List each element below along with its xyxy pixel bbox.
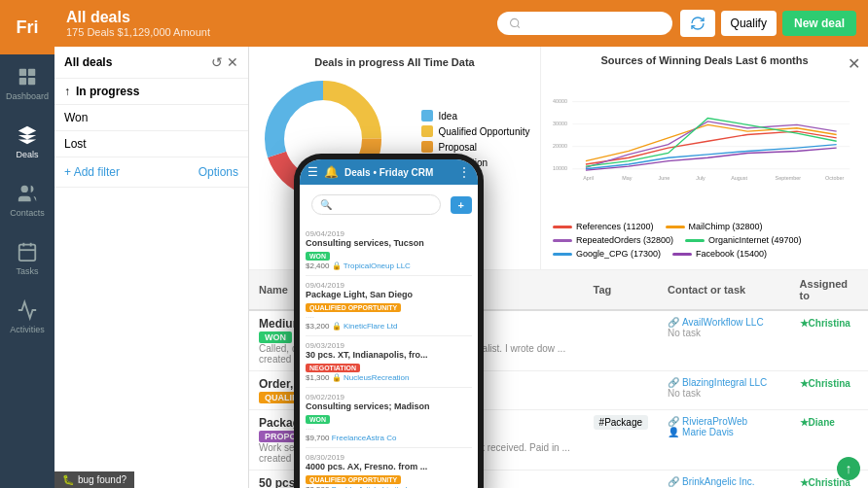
svg-point-9 — [510, 18, 518, 26]
deal-tag-cell — [584, 371, 658, 410]
filter-arrow-icon: ↑ — [64, 85, 70, 98]
deals-panel-title: All deals — [64, 55, 112, 69]
line-legend-organic: OrganicInternet (49700) — [685, 235, 802, 245]
phone-header: ☰ 🔔 Deals • Friday CRM ⋮ — [300, 159, 478, 185]
phone-mockup: ☰ 🔔 Deals • Friday CRM ⋮ 🔍 + — [294, 154, 484, 488]
legend-item-proposal: Proposal — [421, 141, 530, 153]
deals-panel-header: All deals ↺ ✕ — [54, 47, 248, 79]
top-bar-actions: Qualify New deal — [680, 10, 856, 37]
svg-text:30000: 30000 — [553, 121, 567, 126]
sync-button[interactable] — [680, 10, 715, 37]
deal-tag-cell — [584, 471, 658, 489]
svg-text:July: July — [696, 175, 705, 181]
legend-item-qualified: Qualified Opportunity — [421, 125, 530, 137]
line-legend-repeated: RepeatedOrders (32800) — [553, 235, 673, 245]
search-icon — [509, 17, 521, 30]
phone-screen: ☰ 🔔 Deals • Friday CRM ⋮ 🔍 + — [300, 159, 478, 488]
scroll-up-button[interactable]: ↑ — [837, 457, 860, 480]
refresh-icon[interactable]: ↺ — [211, 54, 223, 70]
page-title: All deals — [66, 9, 210, 26]
sidebar-item-dashboard[interactable]: Dashboard — [0, 54, 54, 113]
col-assigned: Assigned to — [790, 270, 868, 310]
list-item: 09/03/2019 30 pcs. XT, Indianapolis, fro… — [306, 336, 472, 388]
add-filter-button[interactable]: + Add filter — [64, 165, 120, 179]
phone-add-button[interactable]: + — [451, 196, 472, 214]
svg-rect-2 — [19, 78, 26, 85]
sidebar-item-tasks-label: Tasks — [16, 266, 38, 276]
phone-bell-icon: 🔔 — [324, 165, 339, 179]
list-item: 08/30/2019 4000 pcs. AX, Fresno. from ..… — [306, 448, 472, 488]
line-chart-title: Sources of Winning Deals Last 6 months — [553, 54, 856, 66]
deal-contact-cell: 🔗BrinkAngelic Inc. No task — [658, 471, 790, 489]
legend-item-idea: Idea — [421, 110, 530, 122]
options-button[interactable]: Options — [199, 165, 238, 179]
legend-color-proposal — [421, 141, 433, 153]
filter-in-progress[interactable]: ↑ In progress — [54, 79, 248, 105]
new-deal-button[interactable]: New deal — [782, 11, 856, 36]
sidebar-item-deals[interactable]: Deals — [0, 113, 54, 171]
list-item: 09/04/2019 Consulting services, Tucson W… — [306, 225, 472, 276]
sidebar: Fri Dashboard Deals Contacts Tasks Activ… — [0, 0, 54, 488]
phone-header-title: Deals • Friday CRM — [344, 167, 433, 178]
svg-text:May: May — [622, 175, 633, 181]
legend-label-proposal: Proposal — [439, 142, 477, 153]
col-contact: Contact or task — [658, 270, 790, 310]
close-button[interactable]: ✕ — [848, 54, 860, 73]
line-legend-mailchimp-label: MailChimp (32800) — [689, 222, 763, 231]
phone-search-icon: 🔍 — [320, 199, 332, 210]
svg-rect-1 — [28, 69, 35, 76]
donut-chart-title: Deals in progress All Time Data — [314, 56, 474, 68]
close-panel-icon[interactable]: ✕ — [227, 54, 238, 70]
sidebar-item-deals-label: Deals — [16, 150, 38, 159]
line-legend-facebook-label: Facebook (15400) — [696, 249, 767, 259]
sidebar-item-activities[interactable]: Activities — [0, 288, 54, 346]
bug-label: bug found? — [78, 474, 127, 485]
line-chart-legend: References (11200) MailChimp (32800) Rep… — [553, 222, 856, 259]
deal-contact-cell: 🔗BlazingIntegral LLC No task — [658, 371, 790, 410]
svg-text:October: October — [825, 175, 844, 181]
filter-won[interactable]: Won — [54, 105, 248, 131]
activities-icon — [17, 299, 38, 321]
legend-label-idea: Idea — [439, 111, 457, 122]
deal-assigned-cell: ★Christina — [790, 371, 868, 410]
list-item: 09/02/2019 Consulting services; Madison … — [306, 388, 472, 448]
dashboard-icon — [17, 66, 38, 87]
line-legend-mailchimp: MailChimp (32800) — [666, 222, 763, 231]
deal-assigned-cell: ★Christina — [790, 310, 868, 371]
filter-lost[interactable]: Lost — [54, 131, 248, 157]
bug-icon: 🐛 — [62, 474, 74, 485]
sidebar-item-tasks[interactable]: Tasks — [0, 229, 54, 288]
line-legend-references: References (11200) — [553, 222, 654, 231]
deal-tag-cell — [584, 310, 658, 371]
search-input[interactable] — [526, 17, 661, 30]
chart-area: ☰ 🔔 Deals • Friday CRM ⋮ 🔍 + — [249, 47, 868, 488]
filter-won-label: Won — [64, 111, 88, 124]
legend-color-qualified — [421, 125, 433, 137]
legend-label-qualified: Qualified Opportunity — [439, 126, 530, 137]
qualify-button[interactable]: Qualify — [721, 11, 777, 36]
list-item: 09/04/2019 Package Light, San Diego QUAL… — [306, 276, 472, 336]
line-legend-facebook: Facebook (15400) — [672, 249, 767, 259]
col-tag: Tag — [584, 270, 658, 310]
sync-icon — [690, 16, 705, 31]
filter-lost-label: Lost — [64, 137, 87, 151]
svg-text:August: August — [731, 175, 747, 181]
phone-search-input[interactable] — [336, 199, 432, 210]
tasks-icon — [17, 241, 38, 262]
deals-panel-actions: ↺ ✕ — [211, 54, 238, 70]
legend-color-idea — [421, 110, 433, 122]
phone-deals-list: 09/04/2019 Consulting services, Tucson W… — [300, 225, 478, 488]
phone-search: 🔍 — [311, 194, 441, 215]
sidebar-item-contacts[interactable]: Contacts — [0, 171, 54, 229]
deal-contact-cell: 🔗AvailWorkflow LLC No task — [658, 310, 790, 371]
sidebar-item-activities-label: Activities — [10, 325, 45, 334]
line-legend-google: Google_CPG (17300) — [553, 249, 661, 259]
contacts-icon — [17, 183, 38, 204]
deal-tag-cell: #Package — [584, 410, 658, 471]
content-area: All deals ↺ ✕ ↑ In progress Won Lost + A… — [54, 47, 868, 488]
svg-text:20000: 20000 — [553, 143, 567, 149]
bug-footer: 🐛 bug found? — [54, 471, 134, 488]
svg-rect-3 — [28, 78, 35, 85]
main-content: All deals 175 Deals $1,129,000 Amount Qu… — [54, 0, 868, 488]
line-legend-google-label: Google_CPG (17300) — [576, 249, 661, 259]
